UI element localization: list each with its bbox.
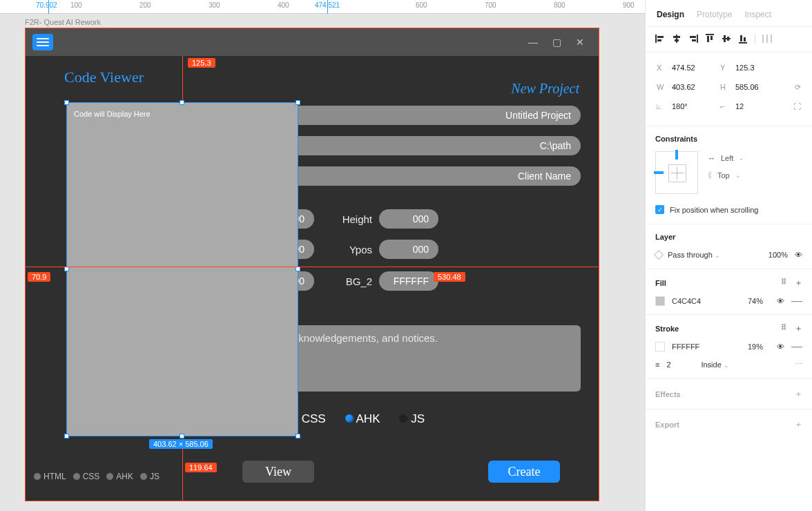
frame-name[interactable]: F2R- Quest AI Rework <box>25 18 101 26</box>
design-canvas[interactable]: 70.902 100 200 300 400 474.521 600 700 8… <box>0 0 645 511</box>
selected-element[interactable]: Code will Display Here <box>66 102 298 436</box>
stroke-weight-input[interactable]: 2 <box>666 360 694 369</box>
svg-rect-7 <box>690 36 696 38</box>
include-opt-ahk[interactable]: AHK <box>345 412 380 426</box>
distribute-icon[interactable] <box>762 34 772 44</box>
svg-rect-19 <box>766 35 768 43</box>
svg-rect-1 <box>657 36 664 38</box>
svg-rect-6 <box>697 35 698 43</box>
y-input[interactable]: 125.3 <box>735 64 778 72</box>
tab-inspect[interactable]: Inspect <box>744 10 771 19</box>
minimize-button[interactable]: — <box>521 34 545 50</box>
fix-position-checkbox[interactable]: ✓ <box>655 205 664 214</box>
close-button[interactable]: ✕ <box>568 34 592 50</box>
blend-mode-select[interactable]: Pass through ⌄ <box>668 251 720 259</box>
add-fill-icon[interactable]: ＋ <box>795 278 802 288</box>
h-input[interactable]: 585.06 <box>735 83 778 91</box>
tab-prototype[interactable]: Prototype <box>697 10 732 19</box>
x-input[interactable]: 474.52 <box>672 64 715 72</box>
properties-panel: Design Prototype Inspect X 474.52 Y 125.… <box>645 0 812 511</box>
code-viewer-title: Code Viewer <box>26 56 182 93</box>
app-name-input[interactable]: Untitled Project <box>277 106 581 125</box>
svg-rect-18 <box>762 35 764 43</box>
include-opt-js[interactable]: JS <box>399 412 425 426</box>
svg-rect-4 <box>673 36 680 38</box>
stroke-position-select[interactable]: Inside ⌄ <box>701 360 728 369</box>
fill-opacity-input[interactable]: 74% <box>748 297 763 305</box>
panel-tabs: Design Prototype Inspect <box>646 0 812 26</box>
svg-rect-15 <box>739 42 747 44</box>
bg2-input[interactable]: FFFFFF <box>379 271 438 291</box>
code-placeholder: Code will Display Here <box>74 110 151 118</box>
stroke-visibility-icon[interactable]: 👁 <box>777 343 784 351</box>
title-bar[interactable]: — ▢ ✕ <box>26 28 599 56</box>
resize-handle[interactable] <box>64 100 69 105</box>
remove-fill-icon[interactable]: — <box>791 298 802 305</box>
left-opt-ahk[interactable]: AHK <box>106 472 133 481</box>
left-include-row: HTML CSS AHK JS <box>34 472 174 481</box>
w-input[interactable]: 403.62 <box>672 83 715 91</box>
stroke-swatch[interactable] <box>655 342 665 351</box>
fix-position-label: Fix position when scrolling <box>670 206 758 214</box>
resize-handle[interactable] <box>180 100 184 105</box>
opacity-input[interactable]: 100% <box>768 251 788 259</box>
stroke-style-icon[interactable]: ⠿ <box>781 323 786 334</box>
stroke-weight-icon: ≡ <box>655 360 659 369</box>
left-opt-js[interactable]: JS <box>140 472 160 481</box>
constraint-v-select[interactable]: ⟪ Top ⌄ <box>708 171 744 180</box>
transform-section: X 474.52 Y 125.3 W 403.62 H 585.06 ⟳ ⟀ 1… <box>646 52 812 126</box>
fill-hex-input[interactable]: C4C4C4 <box>672 297 701 305</box>
view-button[interactable]: View <box>242 461 314 483</box>
rotation-input[interactable]: 180° <box>672 102 715 110</box>
resize-handle[interactable] <box>180 434 184 438</box>
left-opt-html[interactable]: HTML <box>34 472 66 481</box>
ypos-label: Ypos <box>331 244 372 256</box>
height-input[interactable]: 000 <box>379 209 438 229</box>
independent-corners-icon[interactable]: ⛶ <box>793 102 801 110</box>
horizontal-ruler: 70.902 100 200 300 400 474.521 600 700 8… <box>0 0 645 14</box>
ypos-input[interactable]: 000 <box>379 240 438 259</box>
resize-handle[interactable] <box>64 434 69 438</box>
stroke-hex-input[interactable]: FFFFFF <box>672 343 699 351</box>
stroke-more-icon[interactable]: ⋯ <box>795 360 802 369</box>
align-vcenter-icon[interactable] <box>722 34 731 44</box>
add-effect-icon[interactable]: ＋ <box>795 389 802 399</box>
author-input[interactable]: Client Name <box>277 166 581 186</box>
align-hcenter-icon[interactable] <box>672 34 682 44</box>
height-label: Height <box>331 213 372 225</box>
svg-rect-17 <box>744 37 746 41</box>
add-export-icon[interactable]: ＋ <box>795 419 802 430</box>
maximize-button[interactable]: ▢ <box>545 34 568 50</box>
fill-style-icon[interactable]: ⠿ <box>781 278 786 288</box>
stroke-opacity-input[interactable]: 19% <box>748 343 763 351</box>
svg-rect-13 <box>724 35 726 42</box>
constraints-widget[interactable] <box>655 151 698 194</box>
visibility-icon[interactable]: 👁 <box>795 251 802 259</box>
svg-rect-5 <box>675 39 679 41</box>
svg-rect-16 <box>740 35 742 41</box>
left-opt-css[interactable]: CSS <box>73 472 100 481</box>
constraint-h-select[interactable]: ↔ Left ⌄ <box>708 154 744 162</box>
remove-stroke-icon[interactable]: — <box>791 343 802 350</box>
link-wh-icon[interactable]: ⟳ <box>795 83 801 92</box>
location-input[interactable]: C:\path <box>277 136 581 155</box>
align-left-icon[interactable] <box>655 34 665 44</box>
radius-input[interactable]: 12 <box>735 102 778 110</box>
hamburger-icon[interactable] <box>32 34 53 50</box>
align-bottom-icon[interactable] <box>738 34 748 44</box>
resize-handle[interactable] <box>296 267 300 271</box>
fill-swatch[interactable] <box>655 296 665 306</box>
resize-handle[interactable] <box>296 100 300 105</box>
tab-design[interactable]: Design <box>657 10 684 19</box>
svg-rect-11 <box>710 36 713 40</box>
align-top-icon[interactable] <box>705 34 715 44</box>
align-right-icon[interactable] <box>688 34 698 44</box>
x-label: X <box>657 64 666 72</box>
distance-badge-top: 125.3 <box>188 58 215 68</box>
add-stroke-icon[interactable]: ＋ <box>795 323 802 334</box>
create-button[interactable]: Create <box>488 461 560 483</box>
distance-badge-bottom: 119.64 <box>185 463 217 472</box>
resize-handle[interactable] <box>296 434 300 438</box>
resize-handle[interactable] <box>64 267 69 271</box>
fill-visibility-icon[interactable]: 👁 <box>777 297 784 305</box>
